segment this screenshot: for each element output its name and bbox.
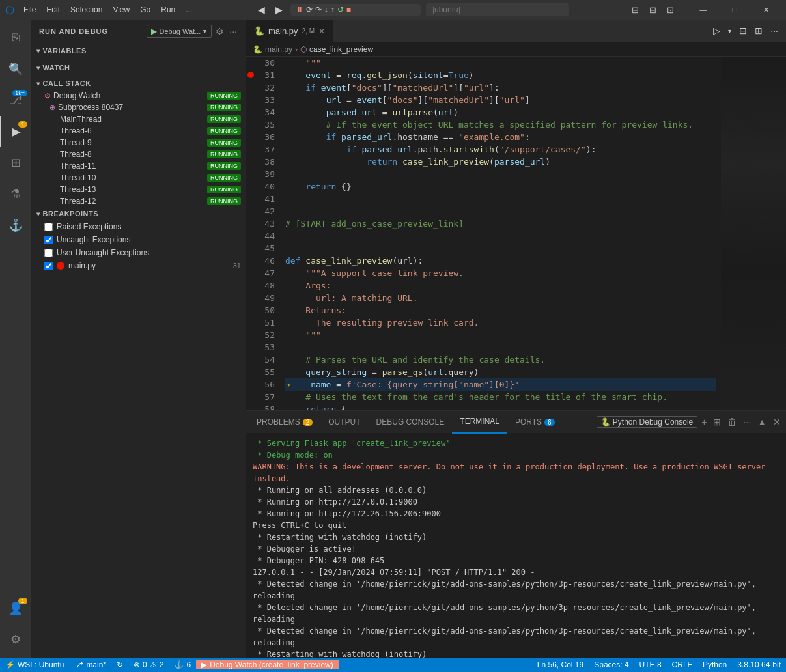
code-line xyxy=(285,230,716,242)
call-stack-item-thread13[interactable]: Thread-13 RUNNING xyxy=(31,184,246,195)
status-eol[interactable]: CRLF xyxy=(667,658,697,672)
breadcrumb-symbol-icon: ⬡ xyxy=(300,45,307,54)
status-remote[interactable]: ⚡ WSL: Ubuntu xyxy=(0,658,69,672)
call-stack-item-thread10[interactable]: Thread-10 RUNNING xyxy=(31,172,246,184)
open-editors-button[interactable]: ⊟ xyxy=(737,24,750,37)
debug-config-dropdown[interactable]: ▶ Debug Wat... ▾ xyxy=(147,25,212,38)
split-editor-button[interactable]: ⊞ xyxy=(752,24,765,37)
terminal-line: * Restarting with watchdog (inotify) xyxy=(253,649,779,658)
terminal-content[interactable]: * Serving Flask app 'create_link_preview… xyxy=(246,434,786,658)
status-debug[interactable]: ▶ Debug Watch (create_link_preview) xyxy=(196,660,339,669)
layout-btn-2[interactable]: ⊞ xyxy=(645,4,660,16)
raised-exceptions-checkbox[interactable] xyxy=(44,223,53,231)
call-stack-item-thread9[interactable]: Thread-9 RUNNING xyxy=(31,137,246,148)
terminal-line: * Serving Flask app 'create_link_preview… xyxy=(253,438,779,449)
call-stack-item-thread6[interactable]: Thread-6 RUNNING xyxy=(31,125,246,137)
debug-more-button[interactable]: ··· xyxy=(228,25,238,38)
menu-file[interactable]: File xyxy=(20,4,40,16)
breadcrumb-symbol[interactable]: case_link_preview xyxy=(309,45,373,54)
uncaught-exceptions-checkbox[interactable] xyxy=(44,236,53,244)
menu-view[interactable]: View xyxy=(109,4,133,16)
kill-terminal-button[interactable]: 🗑 xyxy=(725,415,739,428)
call-stack-item-thread8[interactable]: Thread-8 RUNNING xyxy=(31,148,246,160)
breakpoints-header[interactable]: ▾ BREAKPOINTS xyxy=(31,207,246,220)
panel-tabs: PROBLEMS 2 OUTPUT DEBUG CONSOLE TERMINAL… xyxy=(246,411,786,434)
activity-extensions[interactable]: ⊞ xyxy=(0,147,31,178)
panel-more-button[interactable]: ··· xyxy=(740,415,753,428)
more-actions-button[interactable]: ··· xyxy=(768,24,781,37)
activity-account[interactable]: 👤 1 xyxy=(0,593,31,624)
maximize-button[interactable]: □ xyxy=(720,0,750,20)
layout-btn-1[interactable]: ⊟ xyxy=(628,4,643,16)
call-stack-item-subprocess[interactable]: ⊕ Subprocess 80437 RUNNING xyxy=(31,102,246,113)
status-language[interactable]: Python xyxy=(697,658,732,672)
menu-go[interactable]: Go xyxy=(136,4,154,16)
call-stack-header[interactable]: ▾ CALL STACK xyxy=(31,77,246,90)
run-button[interactable]: ▷ xyxy=(710,24,723,37)
debug-settings-button[interactable]: ⚙ xyxy=(214,25,225,38)
status-branch[interactable]: ⎇ main* xyxy=(69,658,111,672)
code-content[interactable]: """ event = req.get_json(silent=True) if… xyxy=(280,57,721,410)
close-button[interactable]: ✕ xyxy=(751,0,781,20)
thread6-label: Thread-6 xyxy=(60,126,92,135)
call-stack-item-thread11[interactable]: Thread-11 RUNNING xyxy=(31,160,246,172)
tab-terminal[interactable]: TERMINAL xyxy=(452,411,507,434)
status-ports[interactable]: ⚓ 6 xyxy=(169,658,196,672)
terminal-line: * Detected change in '/home/pierrick/git… xyxy=(253,625,779,649)
code-line: return { xyxy=(285,403,716,410)
status-encoding[interactable]: UTF-8 xyxy=(634,658,667,672)
activity-source-control[interactable]: ⎇ 1k+ xyxy=(0,85,31,116)
run-dropdown-button[interactable]: ▾ xyxy=(725,26,734,36)
activity-search[interactable]: 🔍 xyxy=(0,53,31,85)
layout-btn-3[interactable]: ⊡ xyxy=(663,4,678,16)
split-terminal-button[interactable]: ⊞ xyxy=(710,415,723,428)
tab-main-py[interactable]: 🐍 main.py 2, M ✕ xyxy=(246,20,333,42)
status-spaces[interactable]: Spaces: 4 xyxy=(589,658,634,672)
activity-debug[interactable]: ▶ 1 xyxy=(0,116,31,147)
menu-edit[interactable]: Edit xyxy=(42,4,64,16)
code-editor: 3031323334353637383940414243444546474849… xyxy=(246,57,786,410)
code-line: if parsed_url.path.startswith("/support/… xyxy=(285,143,716,156)
menu-more[interactable]: ... xyxy=(182,4,196,16)
call-stack-item-mainthread[interactable]: MainThread RUNNING xyxy=(31,113,246,125)
status-ln-col[interactable]: Ln 56, Col 19 xyxy=(532,658,589,672)
activity-explorer[interactable]: ⎘ xyxy=(0,22,31,53)
new-terminal-button[interactable]: + xyxy=(699,415,709,428)
activity-settings[interactable]: ⚙ xyxy=(0,624,31,655)
breakpoint-main-py[interactable]: main.py 31 xyxy=(31,259,246,272)
code-line: url: A matching URL. xyxy=(285,292,716,304)
call-stack-chevron: ▾ xyxy=(36,80,40,87)
debug-stepout: ↑ xyxy=(331,5,335,14)
call-stack-item-thread12[interactable]: Thread-12 RUNNING xyxy=(31,195,246,207)
main-py-checkbox[interactable] xyxy=(44,262,53,270)
tab-ports[interactable]: PORTS 6 xyxy=(507,411,563,434)
thread6-badge: RUNNING xyxy=(207,127,241,135)
tab-output[interactable]: OUTPUT xyxy=(320,411,368,434)
variables-header[interactable]: ▾ VARIABLES xyxy=(31,44,246,57)
tab-debug-console[interactable]: DEBUG CONSOLE xyxy=(369,411,453,434)
breadcrumb-separator: › xyxy=(295,45,298,54)
status-python-version[interactable]: 3.8.10 64-bit xyxy=(732,658,786,672)
code-line: # Parses the URL and identify the case d… xyxy=(285,354,716,366)
nav-forward-button[interactable]: ▶ xyxy=(273,3,285,16)
tab-problems[interactable]: PROBLEMS 2 xyxy=(249,411,320,434)
call-stack-item-debug-watch[interactable]: ⚙ Debug Watch RUNNING xyxy=(31,90,246,102)
minimize-button[interactable]: — xyxy=(688,0,718,20)
activity-testing[interactable]: ⚗ xyxy=(0,178,31,210)
search-input[interactable] xyxy=(426,3,569,16)
panel-maximize-button[interactable]: ▲ xyxy=(755,415,769,428)
python-debug-console-header[interactable]: 🐍 Python Debug Console xyxy=(597,416,697,428)
code-line xyxy=(285,242,716,255)
status-sync[interactable]: ↻ xyxy=(111,658,128,672)
nav-back-button[interactable]: ◀ xyxy=(255,3,268,16)
user-uncaught-checkbox[interactable] xyxy=(44,249,53,257)
menu-selection[interactable]: Selection xyxy=(66,4,106,16)
activity-remote[interactable]: ⚓ xyxy=(0,210,31,241)
breadcrumb-file[interactable]: main.py xyxy=(265,45,292,54)
panel-close-button[interactable]: ✕ xyxy=(770,415,783,428)
watch-header[interactable]: ▾ WATCH xyxy=(31,61,246,74)
variables-section: ▾ VARIABLES xyxy=(31,43,246,59)
status-errors[interactable]: ⊗ 0 ⚠ 2 xyxy=(128,658,169,672)
tab-close-button[interactable]: ✕ xyxy=(318,27,325,36)
menu-run[interactable]: Run xyxy=(157,4,179,16)
